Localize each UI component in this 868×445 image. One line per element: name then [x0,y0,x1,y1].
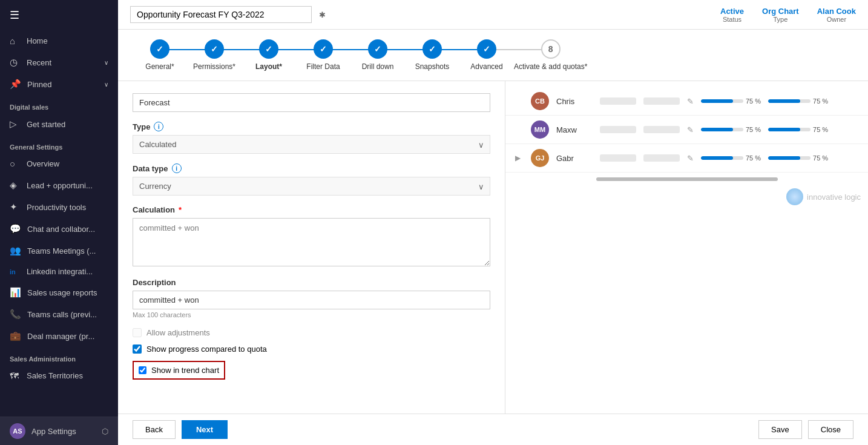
progress-bar-bg [701,99,743,103]
expand-chevron-icon[interactable]: ▶ [515,154,524,162]
sidebar-item-label: Deal manager (pr... [27,332,108,341]
sidebar-item-label: Teams Meetings (... [27,246,108,255]
section-header-sales-admin: Sales Administration [0,347,118,365]
watermark-text: innovative logic [807,193,861,202]
edit-pencil-icon[interactable]: ✎ [687,125,694,134]
table-row: CBChris✎75 %75 % [505,87,868,116]
progress-bar-bg2 [768,99,810,103]
progress-bar-bg [701,156,743,160]
skeleton-bar [643,154,680,162]
skeleton-bar [643,126,680,133]
sidebar-item-label: Recent [27,58,98,67]
preview-rows: CBChris✎75 %75 %MMMaxw✎75 %75 %▶GJGabr✎7… [505,87,868,173]
circle-icon: ○ [10,159,21,169]
progress-bar-fill [701,99,733,103]
back-button[interactable]: Back [133,420,176,439]
description-input[interactable] [133,291,490,309]
chart-icon: 📊 [10,287,21,298]
wizard-step-permissions[interactable]: ✓ Permissions* [187,39,242,71]
sidebar: ☰ ⌂ Home ◷ Recent ∨ 📌 Pinned ∨ Digital s… [0,0,118,445]
status-meta: Active Status [720,7,744,23]
edit-pencil-icon[interactable]: ✎ [687,154,694,163]
bar-group-1: 75 % [701,126,761,133]
app-settings-label: App Settings [31,427,76,436]
datatype-select-wrapper: Currency ∨ [133,177,490,196]
teams-icon: 👥 [10,245,21,256]
wizard-step-general[interactable]: ✓ General* [133,39,187,71]
sidebar-item-label: Teams calls (previ... [27,310,108,319]
report-title-input[interactable] [130,6,312,23]
edit-pencil-icon[interactable]: ✎ [687,97,694,106]
calculation-textarea[interactable] [133,218,490,266]
sidebar-item-chat[interactable]: 💬 Chat and collabor... [0,218,118,240]
show-progress-checkbox[interactable] [133,344,142,354]
allow-adjustments-label: Allow adjustments [146,328,210,337]
sidebar-item-recent[interactable]: ◷ Recent ∨ [0,51,118,73]
name-input[interactable] [133,93,490,112]
sidebar-item-overview[interactable]: ○ Overview [0,153,118,174]
show-trend-highlighted: Show in trend chart [133,361,225,380]
sidebar-item-label: Get started [27,120,108,129]
type-field: Type i Calculated ∨ [133,122,490,154]
app-settings-item[interactable]: AS App Settings ⬡ [0,417,118,445]
save-button[interactable]: Save [758,420,802,439]
char-hint: Max 100 characters [133,311,490,318]
sidebar-item-teams-calls[interactable]: 📞 Teams calls (previ... [0,303,118,325]
preview-panel: CBChris✎75 %75 %MMMaxw✎75 %75 %▶GJGabr✎7… [505,81,868,414]
step-label-permissions: Permissions* [193,62,235,71]
sidebar-item-label: Sales Territories [27,371,108,380]
calculation-label: Calculation * [133,205,490,214]
type-select[interactable]: Calculated [133,135,490,154]
type-info-icon[interactable]: i [154,122,163,131]
sidebar-item-productivity[interactable]: ✦ Productivity tools [0,196,118,218]
sidebar-item-lead-opp[interactable]: ◈ Lead + opportuni... [0,174,118,196]
horizontal-scrollbar[interactable] [596,177,778,181]
progress-bar-fill [701,156,733,160]
step-circle-permissions: ✓ [205,39,224,59]
productivity-icon: ✦ [10,202,21,213]
sidebar-item-sales-territories[interactable]: 🗺 Sales Territories [0,365,118,386]
progress-bar-fill2 [768,128,800,131]
datatype-info-icon[interactable]: i [172,163,182,173]
footer-right: Save Close [758,420,853,439]
sidebar-item-get-started[interactable]: ▷ Get started [0,113,118,135]
scrollbar-area [505,173,868,186]
map-icon: 🗺 [10,371,21,381]
sidebar-item-sales-usage[interactable]: 📊 Sales usage reports [0,282,118,303]
section-header-digital-sales: Digital sales [0,95,118,113]
wizard-step-snapshots[interactable]: ✓ Snapshots [405,39,459,71]
sidebar-item-teams-meetings[interactable]: 👥 Teams Meetings (... [0,240,118,262]
wizard-step-advanced[interactable]: ✓ Advanced [459,39,514,71]
step-label-drilldown: Drill down [362,62,394,71]
datatype-select[interactable]: Currency [133,177,490,196]
wizard-step-layout[interactable]: ✓ Layout* [242,39,296,71]
avatar: CB [531,92,549,110]
bar-group-2: 75 % [768,154,828,162]
bar-percentage: 75 % [746,154,761,162]
sidebar-item-deal-manager[interactable]: 💼 Deal manager (pr... [0,325,118,347]
step-label-general: General* [145,62,174,71]
show-trend-checkbox[interactable] [139,366,146,374]
avatar: MM [531,120,549,139]
wizard-step-drilldown[interactable]: ✓ Drill down [350,39,405,71]
form-panel: Type i Calculated ∨ Data type i [118,81,505,414]
bar-group-1: 75 % [701,154,761,162]
close-button[interactable]: Close [808,420,853,439]
sidebar-item-linkedin[interactable]: in Linkedin integrati... [0,262,118,282]
allow-adjustments-checkbox[interactable] [133,328,142,337]
linkedin-icon: in [10,268,21,275]
bar-percentage2: 75 % [813,154,828,162]
sidebar-item-label: Linkedin integrati... [27,267,108,276]
topbar-meta: Active Status Org Chart Type Alan Cook O… [720,7,856,23]
hamburger-icon[interactable]: ☰ [0,0,118,30]
next-button[interactable]: Next [182,420,228,439]
sidebar-item-home[interactable]: ⌂ Home [0,30,118,51]
wizard-step-activate[interactable]: 8 Activate & add quotas* [514,39,587,71]
sidebar-item-pinned[interactable]: 📌 Pinned ∨ [0,73,118,95]
wizard-step-filter[interactable]: ✓ Filter Data [296,39,350,71]
table-row: ▶GJGabr✎75 %75 % [505,144,868,173]
bar-percentage2: 75 % [813,126,828,133]
home-icon: ⌂ [10,36,21,46]
sidebar-item-label: Home [27,36,108,45]
type-select-wrapper: Calculated ∨ [133,135,490,154]
